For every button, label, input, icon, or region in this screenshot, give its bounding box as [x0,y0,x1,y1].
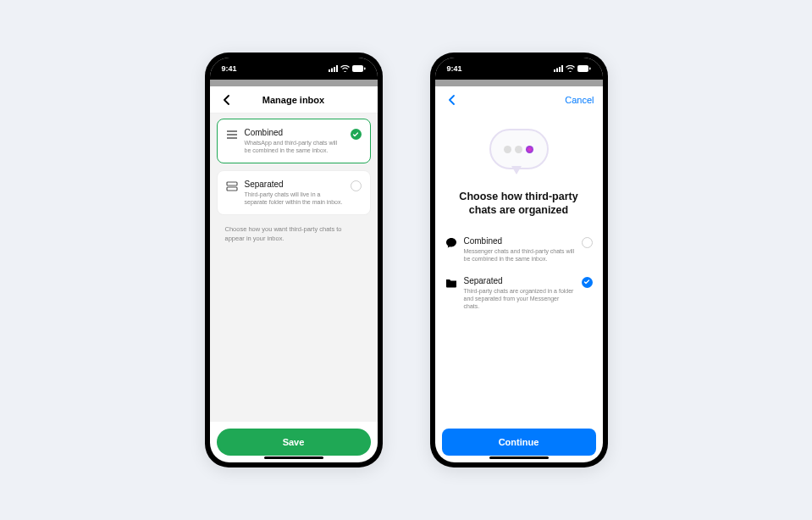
svg-rect-4 [352,65,363,72]
checkmark-icon [582,277,593,288]
option-separated[interactable]: Separated Third-party chats are organize… [442,269,596,317]
svg-rect-16 [589,68,591,70]
status-bar: 9:41 [210,58,378,80]
back-button[interactable] [218,91,235,108]
nav-bar: Cancel [435,86,603,113]
svg-rect-10 [227,187,237,191]
svg-rect-2 [334,67,335,72]
helper-text: Choose how you want third-party chats to… [217,222,371,246]
battery-icon [352,65,366,72]
hero-section: Choose how third-party chats are organiz… [442,119,596,230]
option-title: Combined [245,128,344,137]
chat-bubble-graphic [489,129,549,180]
dot-icon [526,146,533,153]
grey-divider [435,80,603,86]
svg-rect-15 [577,65,588,72]
wifi-icon [566,65,575,72]
option-desc: Messenger chats and third-party chats wi… [464,247,575,263]
svg-rect-14 [561,65,563,72]
svg-rect-13 [559,67,561,72]
status-time: 9:41 [222,64,237,73]
save-button[interactable]: Save [217,429,371,456]
option-separated[interactable]: Separated Third-party chats will live in… [217,170,371,215]
content-area: Combined WhatsApp and third-party chats … [210,113,378,422]
svg-rect-12 [556,69,558,73]
signal-icon [554,65,563,72]
wifi-icon [340,65,350,72]
signal-icon [329,65,338,72]
separated-icon [226,180,238,192]
battery-icon [577,65,591,72]
back-button[interactable] [444,91,461,108]
svg-rect-3 [336,65,338,72]
status-bar: 9:41 [435,58,603,80]
dot-icon [504,146,511,153]
chat-filled-icon [445,237,457,249]
option-desc: WhatsApp and third-party chats will be c… [245,139,344,154]
home-indicator[interactable] [489,456,549,459]
option-title: Combined [464,236,575,246]
phone-right: 9:41 Cancel [430,53,608,467]
option-combined[interactable]: Combined WhatsApp and third-party chats … [217,119,371,163]
home-indicator[interactable] [264,456,323,459]
svg-rect-11 [554,69,555,72]
continue-button[interactable]: Continue [442,429,596,456]
option-title: Separated [464,276,575,285]
option-combined[interactable]: Combined Messenger chats and third-party… [442,230,596,269]
svg-rect-5 [364,68,366,70]
nav-bar: Manage inbox [210,86,378,113]
phone-left: 9:41 Manage inbox [205,53,383,467]
hero-title: Choose how third-party chats are organiz… [442,190,596,218]
radio-empty-icon [351,180,362,191]
svg-rect-1 [331,69,333,73]
radio-empty-icon [582,237,593,248]
dot-icon [515,146,522,153]
checkmark-icon [351,129,362,140]
option-desc: Third-party chats are organized in a fol… [464,287,575,310]
grey-divider [210,80,378,86]
svg-rect-0 [329,69,330,72]
option-desc: Third-party chats will live in a separat… [245,191,344,206]
folder-icon [445,277,457,289]
option-title: Separated [245,180,344,189]
status-time: 9:41 [447,64,462,73]
cancel-button[interactable]: Cancel [565,95,594,105]
combined-icon [226,129,238,141]
svg-rect-9 [227,182,237,185]
content-area: Choose how third-party chats are organiz… [435,113,603,422]
